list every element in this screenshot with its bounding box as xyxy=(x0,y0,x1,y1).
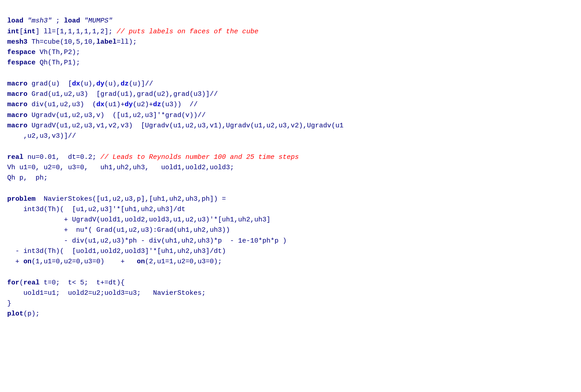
string-msh3: "msh3" xyxy=(27,17,52,25)
keyword-macro1: macro xyxy=(7,80,27,88)
keyword-macro3: macro xyxy=(7,101,27,108)
code-editor: load "msh3" ; load "MUMPS" int[int] ll=[… xyxy=(7,5,574,320)
keyword-load2: load xyxy=(64,17,80,25)
keyword-real2: real xyxy=(23,279,40,287)
keyword-fespace1: fespace xyxy=(7,49,36,56)
string-mumps: "MUMPS" xyxy=(84,17,113,25)
fn-dx1: dx xyxy=(72,80,80,88)
keyword-load: load xyxy=(7,17,23,25)
keyword-for: for xyxy=(7,279,19,287)
keyword-label: label xyxy=(96,38,117,46)
fn-dz1: dz xyxy=(121,80,129,88)
keyword-on2: on xyxy=(137,258,145,266)
comment-reynolds: // Leads to Reynolds number 100 and 25 t… xyxy=(100,153,299,161)
keyword-mesh3: mesh3 xyxy=(7,38,27,46)
keyword-macro4: macro xyxy=(7,112,27,119)
fn-dy1: dy xyxy=(96,80,104,88)
comment-labels: // puts labels on faces of the cube xyxy=(117,28,258,36)
keyword-macro5: macro xyxy=(7,122,27,130)
keyword-plot: plot xyxy=(7,310,23,318)
keyword-fespace2: fespace xyxy=(7,59,36,67)
keyword-problem: problem xyxy=(7,195,36,203)
keyword-int: int xyxy=(7,28,19,36)
keyword-real1: real xyxy=(7,153,23,161)
keyword-macro2: macro xyxy=(7,90,27,98)
keyword-on1: on xyxy=(23,258,32,266)
fn-dz2: dz xyxy=(153,101,161,108)
fn-dy2: dy xyxy=(125,101,133,108)
fn-dx2: dx xyxy=(96,101,104,108)
keyword-int2: int xyxy=(23,28,36,36)
